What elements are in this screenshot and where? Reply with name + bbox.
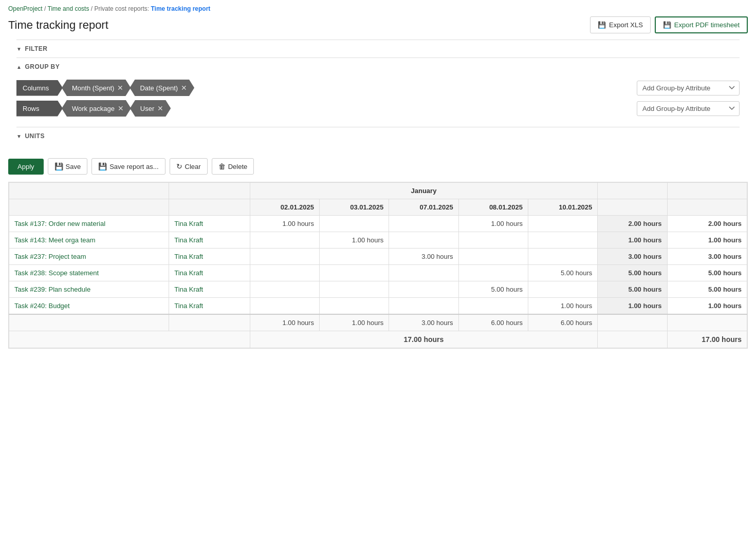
row-subtotal-cell: 1.00 hours bbox=[598, 298, 667, 315]
totals-user-cell bbox=[169, 314, 250, 331]
th-task bbox=[9, 183, 169, 199]
task-cell: Task #239: Plan schedule bbox=[9, 281, 169, 298]
user-link[interactable]: Tina Kraft bbox=[174, 269, 203, 277]
user-cell: Tina Kraft bbox=[169, 298, 250, 315]
date-spent-tag[interactable]: Date (Spent) ✕ bbox=[130, 80, 194, 96]
remove-user-icon[interactable]: ✕ bbox=[157, 104, 163, 112]
actions-bar: Apply 💾 Save 💾 Save report as... ↻ Clear… bbox=[0, 153, 756, 182]
day2-cell bbox=[319, 265, 389, 281]
day5-cell: 5.00 hours bbox=[528, 265, 597, 281]
day1-cell bbox=[250, 232, 319, 249]
user-cell: Tina Kraft bbox=[169, 265, 250, 281]
user-link[interactable]: Tina Kraft bbox=[174, 285, 203, 293]
rows-label: Rows bbox=[16, 101, 63, 117]
task-cell: Task #238: Scope statement bbox=[9, 265, 169, 281]
clear-button[interactable]: ↻ Clear bbox=[170, 158, 208, 175]
rows-add-select[interactable]: Add Group-by Attribute bbox=[637, 101, 740, 116]
remove-workpackage-icon[interactable]: ✕ bbox=[118, 104, 124, 112]
columns-label: Columns bbox=[16, 80, 63, 96]
units-toggle[interactable]: ▼ UNITS bbox=[16, 127, 740, 145]
task-link[interactable]: Task #239: Plan schedule bbox=[14, 285, 90, 293]
file-icon: 💾 bbox=[598, 21, 606, 29]
table-row: Task #143: Meet orga team Tina Kraft 1.0… bbox=[9, 232, 747, 249]
rows-row: Rows Work package ✕ User ✕ Add Group-by … bbox=[16, 100, 740, 117]
table-header-month: January bbox=[9, 183, 747, 199]
totals-d4: 6.00 hours bbox=[458, 314, 528, 331]
th-date-1: 02.01.2025 bbox=[250, 199, 319, 216]
day4-cell bbox=[458, 265, 528, 281]
day3-cell bbox=[389, 232, 458, 249]
breadcrumb-time-costs[interactable]: Time and costs bbox=[48, 5, 89, 12]
user-cell: Tina Kraft bbox=[169, 232, 250, 249]
task-link[interactable]: Task #240: Budget bbox=[14, 302, 70, 310]
user-tag[interactable]: User ✕ bbox=[130, 100, 171, 117]
chevron-down-icon: ▼ bbox=[16, 46, 22, 52]
task-link[interactable]: Task #143: Meet orga team bbox=[14, 236, 96, 244]
day2-cell bbox=[319, 298, 389, 315]
day2-cell bbox=[319, 249, 389, 265]
day1-cell bbox=[250, 249, 319, 265]
day2-cell: 1.00 hours bbox=[319, 232, 389, 249]
group-by-content: Columns Month (Spent) ✕ Date (Spent) ✕ A… bbox=[16, 75, 740, 127]
task-link[interactable]: Task #237: Project team bbox=[14, 253, 86, 260]
day5-cell bbox=[528, 281, 597, 298]
export-pdf-button[interactable]: 💾 Export PDF timesheet bbox=[655, 16, 748, 33]
day1-cell bbox=[250, 298, 319, 315]
task-cell: Task #240: Budget bbox=[9, 298, 169, 315]
data-table-container: January 02.01.2025 03.01.2025 07.01.2025… bbox=[8, 182, 748, 349]
save-as-icon: 💾 bbox=[98, 162, 107, 170]
user-link[interactable]: Tina Kraft bbox=[174, 236, 203, 244]
totals-task-cell bbox=[9, 314, 169, 331]
table-row: Task #239: Plan schedule Tina Kraft 5.00… bbox=[9, 281, 747, 298]
filter-toggle[interactable]: ▼ FILTER bbox=[16, 40, 740, 58]
table-row: Task #238: Scope statement Tina Kraft 5.… bbox=[9, 265, 747, 281]
pdf-icon: 💾 bbox=[663, 21, 671, 29]
user-link[interactable]: Tina Kraft bbox=[174, 302, 203, 310]
task-cell: Task #143: Meet orga team bbox=[9, 232, 169, 249]
task-link[interactable]: Task #238: Scope statement bbox=[14, 269, 99, 277]
grand-total-row: 17.00 hours 17.00 hours bbox=[9, 331, 747, 348]
grand-total-label bbox=[9, 331, 250, 348]
columns-add-select[interactable]: Add Group-by Attribute bbox=[637, 81, 740, 96]
delete-button[interactable]: 🗑 Delete bbox=[212, 158, 254, 175]
row-total-cell: 1.00 hours bbox=[667, 298, 747, 315]
user-link[interactable]: Tina Kraft bbox=[174, 253, 203, 260]
day3-cell bbox=[389, 265, 458, 281]
th-row-total-empty bbox=[598, 183, 667, 199]
row-subtotal-cell: 2.00 hours bbox=[598, 216, 667, 232]
group-by-toggle[interactable]: ▲ GROUP BY bbox=[16, 58, 740, 75]
row-total-cell: 5.00 hours bbox=[667, 265, 747, 281]
table-row: Task #240: Budget Tina Kraft 1.00 hours … bbox=[9, 298, 747, 315]
breadcrumb-openproject[interactable]: OpenProject bbox=[8, 5, 43, 12]
row-subtotal-cell: 1.00 hours bbox=[598, 232, 667, 249]
chevron-up-icon: ▲ bbox=[16, 64, 22, 70]
day3-cell bbox=[389, 298, 458, 315]
day4-cell: 5.00 hours bbox=[458, 281, 528, 298]
day2-cell bbox=[319, 281, 389, 298]
remove-month-icon[interactable]: ✕ bbox=[117, 84, 123, 92]
breadcrumb-private-reports: Private cost reports: bbox=[94, 5, 151, 12]
day5-cell bbox=[528, 249, 597, 265]
save-button[interactable]: 💾 Save bbox=[48, 158, 88, 175]
time-tracking-table: January 02.01.2025 03.01.2025 07.01.2025… bbox=[9, 182, 747, 348]
totals-grand bbox=[667, 314, 747, 331]
day4-cell bbox=[458, 298, 528, 315]
day3-cell: 3.00 hours bbox=[389, 249, 458, 265]
remove-date-icon[interactable]: ✕ bbox=[181, 84, 187, 92]
day1-cell bbox=[250, 281, 319, 298]
trash-icon: 🗑 bbox=[218, 162, 226, 170]
user-link[interactable]: Tina Kraft bbox=[174, 220, 203, 227]
task-cell: Task #237: Project team bbox=[9, 249, 169, 265]
columns-row: Columns Month (Spent) ✕ Date (Spent) ✕ A… bbox=[16, 80, 740, 96]
th-task-col bbox=[9, 199, 169, 216]
month-spent-tag[interactable]: Month (Spent) ✕ bbox=[62, 80, 131, 96]
export-xls-button[interactable]: 💾 Export XLS bbox=[590, 16, 651, 33]
task-link[interactable]: Task #137: Order new material bbox=[14, 220, 105, 227]
work-package-tag[interactable]: Work package ✕ bbox=[62, 100, 131, 117]
table-row: Task #137: Order new material Tina Kraft… bbox=[9, 216, 747, 232]
th-grand-empty bbox=[667, 183, 747, 199]
task-cell: Task #137: Order new material bbox=[9, 216, 169, 232]
grand-total-value: 17.00 hours bbox=[667, 331, 747, 348]
apply-button[interactable]: Apply bbox=[8, 159, 44, 175]
save-report-as-button[interactable]: 💾 Save report as... bbox=[91, 158, 165, 175]
